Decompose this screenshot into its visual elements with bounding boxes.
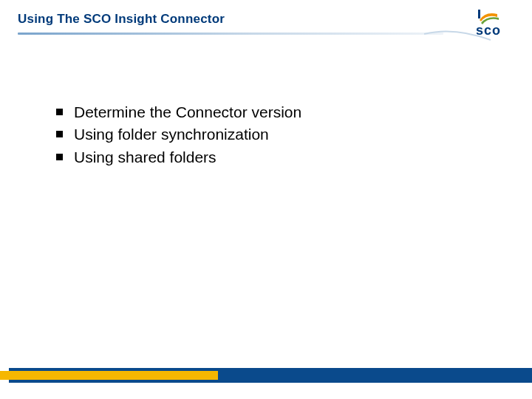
- sco-logo-text: sco: [476, 23, 501, 38]
- slide-title: Using The SCO Insight Connector: [18, 12, 514, 27]
- list-item: Using folder synchronization: [56, 124, 502, 145]
- footer-yellow-stripe: [0, 371, 218, 380]
- title-underline: [18, 33, 443, 35]
- bullet-list: Determine the Connector version Using fo…: [56, 102, 502, 168]
- footer-bar: [0, 368, 532, 383]
- sco-logo-icon: [477, 7, 500, 24]
- slide-header: Using The SCO Insight Connector sco: [0, 0, 532, 50]
- svg-rect-0: [478, 10, 480, 18]
- slide-content: Determine the Connector version Using fo…: [0, 50, 532, 168]
- list-item: Using shared folders: [56, 147, 502, 168]
- sco-logo: sco: [460, 6, 517, 38]
- list-item: Determine the Connector version: [56, 102, 502, 123]
